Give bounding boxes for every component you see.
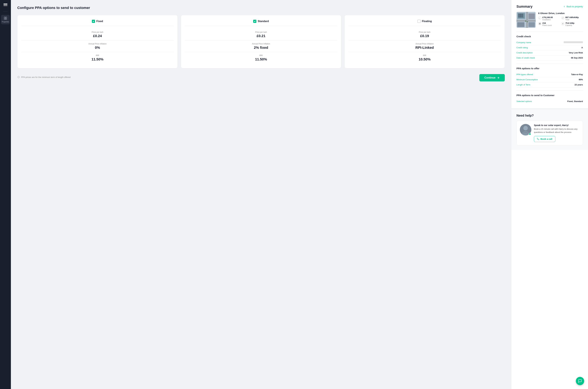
installation-label: Installation [542, 19, 553, 21]
credit-rating-value: A [582, 46, 583, 49]
svg-point-29 [527, 21, 528, 22]
svg-rect-14 [519, 14, 520, 15]
svg-rect-0 [3, 3, 7, 4]
avatar-container [520, 124, 531, 135]
main-content: Configure PPA options to send to custome… [11, 0, 588, 389]
company-name-placeholder [564, 41, 583, 43]
standard-price-value: £0.21 [185, 34, 337, 38]
installation-value: £78,246.00 [542, 16, 553, 19]
summary-section: Summary Back to property [511, 0, 588, 108]
sidebar-item-properties[interactable]: Properties [1, 15, 10, 24]
fixed-irr-metric: IRR 11.50% [21, 52, 174, 64]
floating-inflation-value: RPI-Linked [348, 46, 501, 50]
property-card: 6 Glover Drive, London £ £78,246.00 Inst… [517, 12, 583, 28]
chart-icon [561, 16, 564, 20]
svg-rect-25 [517, 22, 524, 27]
yield-label: Yield [565, 19, 579, 21]
book-call-label: Book a call [540, 138, 552, 140]
svg-rect-2 [3, 5, 7, 6]
back-to-property-link[interactable]: Back to property [563, 5, 583, 8]
ppa-cards-row: Fixed Price per kwh £0.24 Annual Price I… [17, 15, 505, 68]
checkbox-floating[interactable] [417, 20, 421, 23]
svg-rect-17 [519, 15, 520, 16]
sidebar: Properties [0, 0, 11, 389]
online-indicator [529, 133, 531, 135]
panel-count-label: Panel count [542, 24, 552, 26]
book-call-button[interactable]: Book a call [534, 136, 555, 142]
summary-title: Summary [517, 4, 532, 9]
help-content: Speak to our solar expert, Harry! Book a… [534, 124, 580, 142]
svg-point-36 [523, 126, 528, 130]
card-header-fixed[interactable]: Fixed [21, 20, 174, 26]
expert-name: Speak to our solar expert, Harry! [534, 124, 580, 127]
property-stats: £ £78,246.00 Installation [538, 16, 583, 26]
floating-irr-value: 10.50% [348, 57, 501, 62]
floating-price-value: £0.19 [348, 34, 501, 38]
fixed-inflation-metric: Annual Price Inflation 0% [21, 40, 174, 52]
fixed-inflation-value: 0% [21, 46, 174, 50]
standard-inflation-value: 2% fixed [185, 46, 337, 50]
svg-rect-21 [520, 16, 521, 17]
fixed-price-value: £0.24 [21, 34, 174, 38]
ppa-types-value: Take-or-Pay [571, 73, 583, 76]
sidebar-item-label: Properties [2, 21, 9, 23]
help-section: Need help? [511, 108, 588, 150]
stat-panel-count: 216 Panel count [538, 22, 560, 26]
fixed-irr-label: IRR [21, 54, 174, 57]
fixed-inflation-label: Annual Price Inflation [21, 43, 174, 45]
info-row: PPA prices are for the minimum term of l… [17, 76, 70, 78]
svg-rect-6 [6, 18, 7, 20]
property-image [517, 12, 536, 28]
floating-price-metric: Price per kwh £0.19 [348, 29, 501, 40]
stat-yield: 887 kWh/kWp Yield [561, 16, 583, 21]
continue-label: Continue [484, 76, 495, 79]
svg-text:£: £ [539, 17, 540, 19]
continue-button[interactable]: Continue [479, 74, 505, 81]
selected-options-value: Fixed, Standard [567, 100, 583, 102]
card-header-standard[interactable]: Standard [185, 20, 337, 26]
back-label: Back to property [567, 5, 583, 8]
left-panel: Configure PPA options to send to custome… [11, 0, 511, 389]
standard-irr-metric: IRR 11.50% [185, 52, 337, 64]
term-length-row: Length of Term 22 years [517, 82, 583, 87]
credit-description-value: Very Low Risk [569, 52, 583, 54]
credit-rating-row: Credit rating A [517, 45, 583, 50]
credit-company-label: Company name [517, 41, 531, 44]
sidebar-logo [3, 2, 8, 8]
floating-price-label: Price per kwh [348, 31, 501, 33]
svg-rect-16 [521, 14, 523, 15]
chat-fab[interactable] [576, 377, 584, 385]
ppa-send-heading: PPA options to send to Customer [517, 94, 583, 97]
fixed-price-metric: Price per kwh £0.24 [21, 29, 174, 40]
help-title: Need help? [517, 114, 583, 117]
checkbox-fixed[interactable] [92, 20, 95, 23]
svg-rect-34 [540, 24, 541, 24]
property-info: 6 Glover Drive, London £ £78,246.00 Inst… [538, 12, 583, 28]
floating-irr-metric: IRR 10.50% [348, 52, 501, 64]
min-consumption-row: Minimum Consumption 90% [517, 77, 583, 82]
term-length-value: 22 years [575, 84, 583, 86]
checkbox-standard[interactable] [253, 20, 256, 23]
capacity-value: 75.6 kWp [565, 22, 574, 25]
grid-icon [538, 22, 541, 25]
svg-rect-19 [521, 15, 523, 16]
floating-inflation-metric: Annual Price Inflation RPI-Linked [348, 40, 501, 52]
yield-value: 887 kWh/kWp [565, 16, 579, 19]
stat-capacity: 75.6 kWp Capacity [561, 22, 583, 26]
svg-rect-27 [528, 22, 535, 27]
standard-inflation-label: Annual Price Inflation [185, 43, 337, 45]
standard-irr-label: IRR [185, 54, 337, 57]
credit-date-row: Date of credit check 06 Sep 2023 [517, 55, 583, 61]
svg-rect-20 [519, 16, 520, 17]
standard-price-label: Price per kwh [185, 31, 337, 33]
credit-check-heading: Credit check [517, 35, 583, 38]
credit-description-row: Credit description Very Low Risk [517, 50, 583, 55]
sidebar-divider [3, 11, 8, 12]
svg-rect-24 [526, 12, 528, 28]
selected-options-row: Selected options Fixed, Standard [517, 99, 583, 104]
svg-rect-31 [539, 23, 540, 24]
svg-rect-15 [520, 14, 521, 15]
card-header-floating[interactable]: Floating [348, 20, 501, 26]
credit-date-value: 06 Sep 2023 [571, 57, 583, 59]
svg-rect-26 [528, 13, 535, 19]
